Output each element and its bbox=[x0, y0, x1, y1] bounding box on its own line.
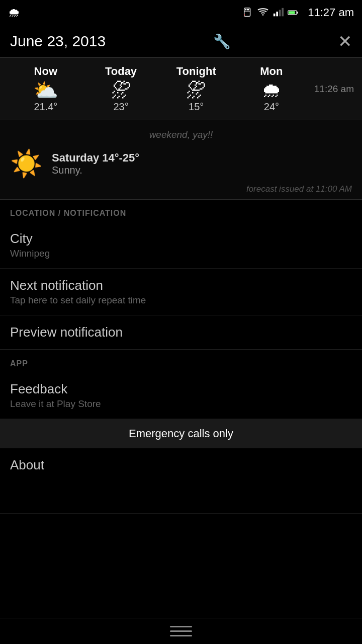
about-label: About bbox=[10, 457, 352, 473]
svg-rect-7 bbox=[277, 12, 279, 16]
city-setting[interactable]: City Winnipeg bbox=[0, 222, 362, 269]
signal-icon bbox=[273, 7, 284, 18]
weather-mon-label: Mon bbox=[260, 65, 283, 78]
svg-rect-8 bbox=[279, 10, 281, 17]
svg-rect-12 bbox=[289, 11, 295, 14]
svg-rect-1 bbox=[245, 9, 247, 11]
weather-mon-temp: 24° bbox=[264, 101, 279, 113]
about-setting[interactable]: About bbox=[0, 448, 362, 514]
close-button[interactable]: ✕ bbox=[338, 31, 352, 51]
status-bar: 🌧 ! 11:27 am bbox=[0, 0, 362, 25]
nav-lines bbox=[170, 626, 192, 636]
forecast-issued: forecast issued at 11:00 AM bbox=[10, 184, 352, 194]
forecast-row: ☀️ Saturday 14°-25° Sunny. bbox=[10, 148, 352, 179]
next-notification-label: Next notification bbox=[10, 278, 352, 293]
forecast-details: Saturday 14°-25° Sunny. bbox=[52, 151, 139, 176]
weather-tonight-temp: 15° bbox=[189, 101, 204, 113]
weather-today-temp: 23° bbox=[113, 101, 128, 113]
nav-line-2 bbox=[170, 630, 192, 632]
wifi-icon bbox=[257, 7, 268, 18]
emergency-banner: Emergency calls only bbox=[0, 419, 362, 448]
svg-point-5 bbox=[262, 14, 264, 16]
nav-line-1 bbox=[170, 626, 192, 627]
svg-rect-9 bbox=[282, 8, 284, 17]
app-header: June 23, 2013 🔧 ✕ bbox=[0, 25, 362, 57]
status-weather-icon: 🌧 bbox=[8, 6, 20, 20]
preview-notification-setting[interactable]: Preview notification bbox=[0, 315, 362, 350]
weather-mon-icon: 🌧 bbox=[261, 80, 282, 100]
tools-icon[interactable]: 🔧 bbox=[213, 33, 231, 50]
weather-now-label: Now bbox=[34, 65, 57, 78]
status-icons: ! 11:27 am bbox=[242, 6, 354, 19]
forecast-sun-icon: ☀️ bbox=[10, 148, 43, 179]
svg-rect-6 bbox=[274, 14, 276, 17]
weather-bar: Now ⛅ 21.4° Today ⛈ 23° Tonight ⛈ 15° Mo… bbox=[0, 57, 362, 120]
feedback-label: Feedback bbox=[10, 381, 352, 397]
weather-now[interactable]: Now ⛅ 21.4° bbox=[8, 65, 83, 113]
header-date: June 23, 2013 bbox=[10, 33, 106, 50]
weather-tonight-icon: ⛈ bbox=[186, 80, 206, 100]
forecast-desc: Sunny. bbox=[52, 165, 139, 176]
forecast-day: Saturday 14°-25° bbox=[52, 151, 139, 165]
city-label: City bbox=[10, 231, 352, 247]
weather-mon[interactable]: Mon 🌧 24° bbox=[234, 65, 309, 113]
next-notification-subtitle: Tap here to set daily repeat time bbox=[10, 295, 352, 306]
svg-rect-2 bbox=[247, 9, 249, 11]
feedback-setting[interactable]: Feedback Leave it at Play Store bbox=[0, 372, 362, 419]
weather-today-label: Today bbox=[105, 65, 137, 78]
weekend-label: weekend, yay!! bbox=[10, 129, 352, 140]
weather-updated-time: 11:26 am bbox=[309, 84, 354, 95]
next-notification-setting[interactable]: Next notification Tap here to set daily … bbox=[0, 269, 362, 315]
sim-icon: ! bbox=[242, 7, 253, 18]
weather-today[interactable]: Today ⛈ 23° bbox=[83, 65, 159, 113]
forecast-section: weekend, yay!! ☀️ Saturday 14°-25° Sunny… bbox=[0, 120, 362, 199]
weather-tonight-label: Tonight bbox=[176, 65, 216, 78]
location-section-label: LOCATION / NOTIFICATION bbox=[0, 200, 362, 222]
weather-now-temp: 21.4° bbox=[34, 101, 57, 113]
svg-rect-11 bbox=[297, 12, 298, 14]
nav-line-3 bbox=[170, 635, 192, 636]
weather-now-icon: ⛅ bbox=[33, 80, 58, 100]
weather-tonight[interactable]: Tonight ⛈ 15° bbox=[158, 65, 234, 113]
status-time: 11:27 am bbox=[308, 6, 354, 19]
emergency-text: Emergency calls only bbox=[129, 427, 233, 440]
city-value: Winnipeg bbox=[10, 248, 352, 259]
preview-notification-label: Preview notification bbox=[10, 325, 352, 340]
bottom-nav[interactable] bbox=[0, 618, 362, 644]
weather-today-icon: ⛈ bbox=[111, 80, 131, 100]
feedback-subtitle: Leave it at Play Store bbox=[10, 398, 352, 410]
app-section-label: APP bbox=[0, 350, 362, 372]
battery-icon bbox=[288, 7, 299, 18]
